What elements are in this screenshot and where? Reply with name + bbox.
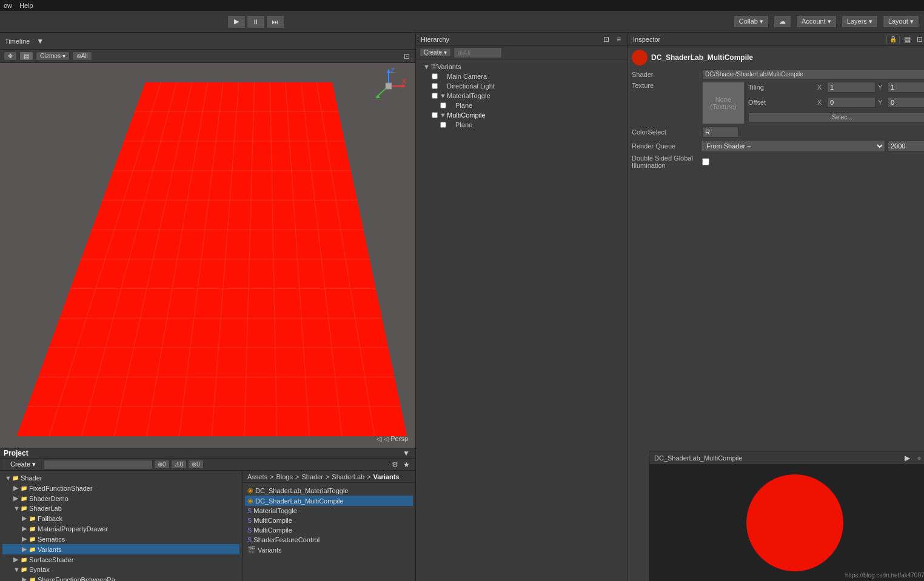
breadcrumb-shaderlab[interactable]: ShaderLab	[332, 473, 364, 480]
tiling-x-input[interactable]	[827, 82, 875, 93]
hierarchy-item-label: Variants	[437, 63, 461, 70]
timeline-label: Timeline	[5, 38, 30, 45]
file-type-icon: ◉	[247, 486, 253, 494]
texture-row: Texture None (Texture) Tiling X Y	[632, 82, 924, 124]
file-entry[interactable]: S MultiCompile	[245, 516, 413, 525]
hierarchy-item[interactable]: ▼MaterialToggle	[418, 91, 625, 101]
breadcrumb-variants[interactable]: Variants	[373, 473, 400, 480]
project-tree-item[interactable]: ▶📁ShaderDemo	[2, 493, 239, 503]
project-tree-item[interactable]: ▶📁Fallback	[2, 513, 239, 523]
hierarchy-item[interactable]: Plane	[418, 120, 625, 130]
hierarchy-header: Hierarchy ⊡ ≡	[416, 33, 628, 46]
preview-play[interactable]: ▶	[903, 453, 912, 463]
breadcrumb-assets[interactable]: Assets	[247, 473, 267, 480]
offset-y-input[interactable]	[888, 97, 924, 108]
file-entry[interactable]: S MultiCompile	[245, 525, 413, 535]
play-controls: ▶ ⏸ ⏭	[227, 15, 284, 28]
shader-path-input[interactable]	[702, 69, 924, 79]
tiling-y-input[interactable]	[888, 82, 924, 93]
tree-item-label: SurfaceShader	[29, 556, 73, 563]
offset-x-input[interactable]	[827, 97, 875, 108]
inspector-lock[interactable]: 🔒	[886, 35, 900, 44]
tree-item-label: Sematics	[38, 536, 65, 543]
hierarchy-maximize[interactable]: ⊡	[601, 35, 611, 44]
folder-arrow-icon: ▶	[22, 525, 29, 533]
hierarchy-item[interactable]: ▼MultiCompile	[418, 110, 625, 120]
inspector-header: Inspector 🔒 ▤ ⊡ ≡	[628, 33, 924, 46]
menu-ow[interactable]: ow	[4, 2, 12, 9]
hierarchy-item[interactable]: Directional Light	[418, 81, 625, 91]
preview-panel: DC_ShaderLab_MultiCompile ▶ ● ● https://…	[649, 451, 924, 581]
project-tree-item[interactable]: ▶📁SurfaceShader	[2, 554, 239, 565]
file-entry[interactable]: ◉ DC_ShaderLab_MaterialToggle	[245, 485, 413, 496]
render-queue-value[interactable]	[888, 141, 924, 151]
timeline-strip: Timeline ▼	[0, 33, 415, 50]
tree-item-label: Syntax	[29, 566, 50, 573]
render-queue-row: Render Queue From Shader ÷	[632, 140, 924, 152]
project-tree-item[interactable]: ▶📁MaterialPropertyDrawer	[2, 523, 239, 534]
project-tree-item[interactable]: ▶📁Sematics	[2, 534, 239, 544]
file-entry[interactable]: 🎬 Variants	[245, 545, 413, 555]
step-button[interactable]: ⏭	[266, 15, 284, 28]
cloud-button[interactable]: ☁	[774, 15, 791, 28]
hierarchy-item-label: MultiCompile	[447, 111, 486, 119]
breadcrumb-blogs[interactable]: Blogs	[276, 473, 293, 480]
tab-create[interactable]: Create ▾	[4, 459, 42, 470]
hierarchy-item[interactable]: Plane	[418, 101, 625, 110]
scene-dropdown[interactable]: ▤	[19, 51, 33, 61]
folder-arrow-icon: ▶	[22, 576, 29, 581]
breadcrumb-shader[interactable]: Shader	[301, 473, 323, 480]
hierarchy-item[interactable]: Main Camera	[418, 71, 625, 81]
project-minimize[interactable]: ▼	[401, 448, 412, 458]
double-sided-checkbox[interactable]	[702, 158, 709, 165]
pause-button[interactable]: ⏸	[247, 15, 265, 28]
preview-dot1[interactable]: ●	[916, 453, 923, 463]
hierarchy-toolbar: Create ▾	[416, 46, 628, 59]
collab-button[interactable]: Collab ▾	[734, 15, 769, 28]
project-tree-item[interactable]: ▼📁Syntax	[2, 565, 239, 574]
folder-icon: 📁	[29, 516, 36, 522]
color-select-input[interactable]	[702, 127, 738, 138]
inspector-title: Inspector	[633, 36, 660, 43]
project-tree-item[interactable]: ▶📁Variants	[2, 544, 239, 554]
project-settings-btn[interactable]: ⚙	[390, 460, 400, 470]
project-tab[interactable]: Project	[4, 449, 28, 457]
account-button[interactable]: Account ▾	[796, 15, 837, 28]
gizmo-widget: Z X	[370, 68, 407, 104]
project-tree-item[interactable]: ▼📁Shader	[2, 473, 239, 483]
offset-y-label: Y	[878, 99, 885, 106]
layout-button[interactable]: Layout ▾	[883, 15, 919, 28]
hierarchy-search[interactable]	[454, 47, 502, 58]
menu-help[interactable]: Help	[19, 2, 33, 9]
project-tree-item[interactable]: ▼📁ShaderLab	[2, 503, 239, 513]
inspector-layout[interactable]: ▤	[902, 35, 912, 44]
file-entry[interactable]: ◉ DC_ShaderLab_MultiCompile	[245, 496, 413, 506]
offset-x-label: X	[817, 99, 825, 106]
scene-toolbar: ✥ ▤ Gizmos ▾ ⊕All ⊡	[0, 50, 415, 63]
gizmos-button[interactable]: Gizmos ▾	[36, 51, 70, 61]
file-entry-label: Variants	[258, 546, 282, 554]
project-tree-item[interactable]: ▶📁FixedFunctionShader	[2, 483, 239, 493]
hierarchy-create[interactable]: Create ▾	[420, 48, 451, 57]
project-search[interactable]	[44, 460, 153, 470]
folder-icon: 📁	[21, 505, 27, 511]
texture-preview[interactable]: None (Texture)	[702, 82, 745, 124]
hand-tool[interactable]: ✥	[4, 51, 17, 61]
project-tree-item[interactable]: ▶📁ShareFunctionBetweenPa	[2, 574, 239, 581]
scene-maximize[interactable]: ⊡	[402, 51, 412, 61]
file-entry[interactable]: S MaterialToggle	[245, 506, 413, 516]
hierarchy-item[interactable]: ▼🎬 Variants	[418, 62, 625, 71]
layers-button[interactable]: Layers ▾	[842, 15, 878, 28]
hierarchy-menu[interactable]: ≡	[615, 35, 623, 44]
folder-icon: 📁	[21, 566, 27, 573]
counter-1: ⊕0	[154, 460, 170, 469]
file-entry[interactable]: S ShaderFeatureControl	[245, 535, 413, 545]
timeline-minimize[interactable]: ▼	[35, 36, 45, 46]
scene-view[interactable]: Z X ◁ ◁ Persp	[0, 63, 415, 448]
all-objects-button[interactable]: ⊕All	[72, 51, 92, 61]
select-button[interactable]: Selec...	[748, 112, 924, 122]
play-button[interactable]: ▶	[227, 15, 246, 28]
project-star-btn[interactable]: ★	[401, 460, 412, 470]
inspector-maximize[interactable]: ⊡	[915, 35, 924, 44]
render-queue-select[interactable]: From Shader ÷	[701, 140, 885, 152]
